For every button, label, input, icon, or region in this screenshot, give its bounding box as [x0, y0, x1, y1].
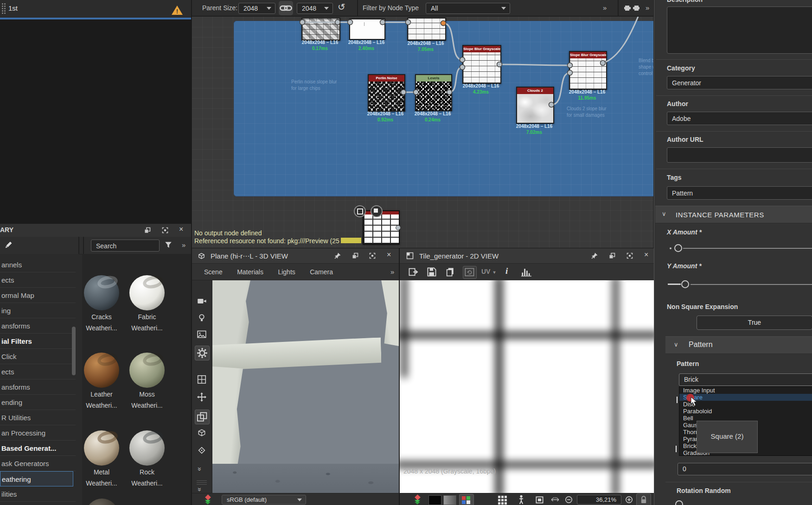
rotation-random-knob[interactable]: [675, 500, 683, 505]
sidebar-item-ing[interactable]: ing: [0, 303, 76, 318]
instance-parameters-header[interactable]: ∨ INSTANCE PARAMETERS: [655, 206, 812, 223]
reset-size-icon[interactable]: ↺×: [338, 1, 348, 13]
graph-node-bricks-gray[interactable]: [301, 18, 340, 41]
export-image-icon[interactable]: [408, 267, 418, 277]
graph-toolbar-overflow-icon[interactable]: »: [603, 4, 606, 12]
actual-size-icon[interactable]: [551, 497, 559, 503]
menu-scene[interactable]: Scene: [204, 268, 223, 276]
sidebar-item-blending[interactable]: ending: [0, 395, 76, 410]
info-icon[interactable]: i: [505, 266, 508, 276]
library-overflow-icon[interactable]: »: [182, 241, 185, 249]
view2d-viewport[interactable]: 2048 x 2048 (Grayscale, 16bpc): [400, 280, 654, 493]
thumb-cracks-weathering[interactable]: [84, 275, 119, 310]
close-panel-icon[interactable]: ×: [179, 225, 183, 234]
pattern-section-header[interactable]: ∨ Pattern: [665, 336, 812, 354]
graph-node-levels[interactable]: Levels: [415, 74, 452, 111]
splitter[interactable]: [78, 237, 84, 254]
option-paraboloid[interactable]: Paraboloid: [679, 408, 812, 415]
zoom-level-field[interactable]: 36,21%: [577, 495, 621, 505]
ground-plane-icon[interactable]: [197, 375, 206, 384]
x-amount-knob[interactable]: [674, 244, 682, 252]
graph-node-clouds-2[interactable]: Clouds 2: [516, 87, 554, 124]
drag-grip-icon[interactable]: [1, 3, 6, 15]
author-url-input[interactable]: [667, 147, 812, 163]
sidebar-item-effects[interactable]: ects: [0, 272, 76, 288]
pattern-value-input[interactable]: 0: [678, 463, 812, 475]
tile-node-output-port[interactable]: [396, 225, 401, 230]
close-panel-icon[interactable]: ×: [387, 251, 391, 259]
menu-camera[interactable]: Camera: [310, 268, 333, 276]
move-tool-icon[interactable]: [197, 392, 206, 402]
filter-icon[interactable]: [164, 241, 173, 249]
thumb-rock-weathering[interactable]: [129, 430, 165, 466]
sidebar-item-transforms[interactable]: ansforms: [0, 318, 76, 334]
sidebar-item-channels[interactable]: annels: [0, 257, 76, 272]
camera-icon[interactable]: [197, 297, 207, 305]
render-settings-button[interactable]: [195, 346, 210, 360]
maximize-panel-icon[interactable]: [161, 227, 169, 234]
graph-canvas[interactable]: Perlin noise slope blurfor large chips C…: [192, 17, 653, 248]
category-input[interactable]: Generator: [667, 76, 812, 89]
filter-node-type-dropdown[interactable]: All: [426, 3, 510, 14]
thumb-metal-weathering[interactable]: [84, 430, 119, 466]
graph-node-tile-generator[interactable]: [363, 210, 400, 245]
link-sizes-button[interactable]: [279, 1, 293, 15]
option-square[interactable]: Square: [679, 394, 812, 401]
pattern-select[interactable]: Brick: [679, 373, 812, 386]
tags-input[interactable]: Pattern: [667, 186, 812, 200]
histogram-icon[interactable]: [521, 267, 531, 277]
author-input[interactable]: Adobe: [667, 112, 812, 125]
mannequin-icon[interactable]: [518, 495, 525, 505]
sidebar-item-click[interactable]: Click: [0, 349, 76, 364]
toolstrip-overflow2-icon[interactable]: »: [196, 487, 204, 490]
output-size-dropdown[interactable]: 2048: [297, 3, 333, 14]
sidebar-item-transforms-2[interactable]: ansforms: [0, 379, 76, 395]
non-square-expansion-toggle[interactable]: True: [697, 316, 812, 330]
float-panel-icon[interactable]: [352, 252, 359, 259]
node-view-2d-button[interactable]: [354, 205, 366, 217]
uv-dropdown[interactable]: UV▾: [481, 268, 495, 275]
node-connect-icon[interactable]: [624, 4, 643, 12]
geometry-cube-icon[interactable]: [197, 428, 206, 437]
fit-canvas-icon[interactable]: [535, 496, 544, 504]
background-black-swatch[interactable]: [428, 495, 441, 505]
close-panel-icon[interactable]: ×: [644, 251, 648, 259]
sidebar-item-utilities[interactable]: ilities: [0, 486, 76, 502]
option-disc[interactable]: Disc: [679, 401, 812, 408]
graph-node-slope-blur-2[interactable]: Slope Blur Grayscale: [569, 51, 607, 90]
sidebar-item-noise-based-generators[interactable]: Based Generat...: [0, 441, 76, 456]
graph-node-perlin-noise[interactable]: Perlin Noise: [368, 74, 405, 112]
graph-toolbar-overflow2-icon[interactable]: »: [646, 4, 648, 12]
image-refresh-button[interactable]: [463, 266, 477, 279]
graph-node-bricks[interactable]: [407, 18, 446, 41]
sidebar-item-weathering[interactable]: eathering: [0, 471, 73, 486]
toolstrip-overflow-icon[interactable]: »: [196, 467, 204, 470]
float-panel-icon[interactable]: [608, 252, 616, 259]
sidebar-item-normal-map[interactable]: ormal Map: [0, 288, 76, 303]
thumb-leather-weathering[interactable]: [84, 353, 119, 388]
maximize-panel-icon[interactable]: [369, 252, 376, 259]
graph-tab-1st[interactable]: 1st: [8, 0, 18, 17]
zoom-in-icon[interactable]: [625, 496, 633, 504]
option-image-input[interactable]: Image Input: [679, 387, 812, 394]
background-gray-swatch[interactable]: [443, 495, 456, 505]
graph-node-white[interactable]: [349, 19, 385, 40]
lock-zoom-button[interactable]: [636, 493, 651, 505]
copy-icon[interactable]: [445, 267, 455, 277]
pin-icon[interactable]: [334, 252, 341, 259]
menu-lights[interactable]: Lights: [278, 268, 295, 276]
y-amount-slider[interactable]: [667, 279, 812, 290]
sidebar-item-effects-2[interactable]: ects: [0, 364, 76, 379]
float-panel-icon[interactable]: [144, 227, 151, 234]
search-input[interactable]: Search: [91, 240, 160, 252]
graph-node-slope-blur-1[interactable]: Slope Blur Grayscale: [462, 45, 501, 84]
thumb-moss-weathering[interactable]: [129, 353, 165, 388]
pin-icon[interactable]: [591, 252, 598, 259]
channels-rgba-button[interactable]: [459, 494, 474, 505]
sidebar-item-scan-processing[interactable]: an Processing: [0, 425, 76, 441]
material-diamond-icon[interactable]: [198, 446, 206, 454]
node-view-3d-button[interactable]: [371, 205, 383, 217]
sidebar-item-material-filters[interactable]: ial Filters: [0, 334, 76, 349]
maximize-panel-icon[interactable]: [626, 252, 633, 259]
thumb-fabric-weathering[interactable]: [129, 275, 165, 310]
